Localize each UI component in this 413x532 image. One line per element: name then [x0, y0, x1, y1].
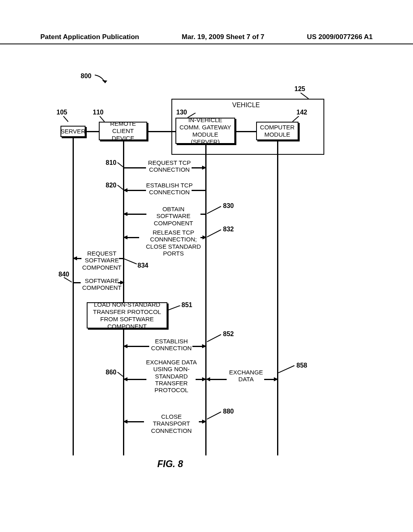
leader-icon — [278, 365, 298, 375]
svg-line-11 — [64, 277, 72, 282]
svg-line-16 — [207, 412, 221, 419]
computer-module-label: COMPUTER MODULE — [259, 124, 295, 138]
svg-line-6 — [117, 162, 123, 167]
ref-851: 851 — [181, 301, 192, 309]
header-left: Patent Application Publication — [40, 33, 139, 41]
ref-130: 130 — [176, 109, 187, 116]
arrow-line — [127, 346, 149, 347]
ref-858: 858 — [296, 362, 307, 369]
svg-line-15 — [278, 366, 294, 373]
leader-icon — [207, 229, 225, 239]
connector — [86, 131, 99, 132]
svg-line-9 — [207, 230, 221, 237]
arrow-line — [210, 379, 227, 380]
lifeline-computer — [277, 140, 278, 455]
load-protocol-label: LOAD NON-STANDARD TRANSFER PROTOCOL FROM… — [90, 301, 164, 330]
ref-830: 830 — [223, 202, 234, 210]
leader-icon — [167, 305, 184, 314]
server-label: SERVER — [60, 128, 85, 135]
arrow-right-icon — [202, 166, 206, 170]
arrow-right-icon — [120, 281, 125, 285]
ref-852: 852 — [223, 330, 234, 338]
ref-125: 125 — [294, 85, 305, 93]
page-header: Patent Application Publication Mar. 19, … — [0, 33, 413, 44]
msg-860: EXCHANGE DATA USING NON-STANDARD TRANSFE… — [145, 359, 198, 393]
msg-840: SOFTWARE COMPONENT — [81, 277, 123, 291]
svg-line-2 — [63, 116, 68, 122]
msg-834: REQUEST SOFTWARE COMPONENT — [81, 250, 123, 271]
leader-icon — [64, 277, 74, 285]
arrow-line — [192, 167, 203, 168]
ref-105: 105 — [56, 109, 67, 116]
figure-caption: FIG. 8 — [157, 459, 183, 470]
arrow-line — [127, 190, 146, 191]
ref-834: 834 — [138, 262, 148, 269]
arrow-line — [264, 379, 275, 380]
svg-line-12 — [167, 305, 180, 310]
arrow-line — [127, 421, 144, 422]
arrow-left-icon — [73, 256, 77, 260]
gateway-box: IN-VEHICLE COMM. GATEWAY MODULE (SERVER) — [175, 118, 235, 144]
leader-icon — [207, 334, 225, 344]
msg-858: EXCHANGE DATA — [226, 369, 266, 383]
arrow-left-icon — [123, 377, 127, 381]
leader-icon — [207, 411, 225, 421]
arrow-left-icon — [123, 235, 127, 239]
connector — [147, 131, 175, 132]
arrow-line — [127, 214, 146, 215]
ref-860: 860 — [106, 369, 117, 376]
leader-icon — [63, 116, 71, 124]
leader-icon — [207, 206, 225, 216]
arrow-line — [127, 379, 146, 380]
msg-880: CLOSE TRANSPORT CONNECTION — [143, 413, 200, 434]
arrow-line — [200, 214, 206, 215]
computer-module-box: COMPUTER MODULE — [256, 122, 298, 140]
msg-832: RELEASE TCP CONNNECTION; CLOSE STANDARD … — [139, 229, 208, 257]
arrow-line — [192, 190, 206, 191]
msg-830: OBTAIN SOFTWARE COMPONENT — [145, 206, 202, 227]
arrow-right-icon — [274, 377, 278, 381]
svg-line-7 — [117, 185, 123, 189]
svg-line-5 — [292, 116, 299, 122]
ref-832: 832 — [223, 226, 234, 233]
ref-820: 820 — [106, 182, 117, 189]
ref-142: 142 — [296, 109, 307, 116]
arrow-left-icon — [123, 188, 127, 192]
ref-arrow-icon — [94, 74, 110, 86]
header-center: Mar. 19, 2009 Sheet 7 of 7 — [182, 33, 265, 41]
svg-line-13 — [207, 335, 221, 342]
arrow-right-icon — [202, 420, 206, 424]
remote-client-label: REMOTE CLIENT DEVICE — [102, 120, 144, 142]
header-right: US 2009/0077266 A1 — [307, 33, 373, 41]
ref-110: 110 — [93, 109, 104, 116]
msg-852: ESTABLISH CONNECTION — [149, 338, 194, 352]
arrow-line — [77, 258, 81, 259]
server-box: SERVER — [60, 126, 86, 137]
page: Patent Application Publication Mar. 19, … — [0, 0, 413, 532]
msg-820: ESTABLISH TCP CONNECTION — [145, 182, 194, 196]
connector — [235, 131, 256, 132]
msg-810: REQUEST TCP CONNECTION — [145, 159, 194, 173]
sequence-diagram: 800 125 VEHICLE 105 110 130 142 SERVER R… — [58, 69, 341, 472]
ref-800: 800 — [81, 73, 92, 80]
vehicle-label: VEHICLE — [220, 102, 272, 109]
svg-line-1 — [300, 93, 309, 99]
load-protocol-box: LOAD NON-STANDARD TRANSFER PROTOCOL FROM… — [87, 302, 167, 328]
svg-line-14 — [117, 372, 123, 376]
arrow-right-icon — [202, 344, 206, 348]
arrow-line — [124, 167, 146, 168]
arrow-left-icon — [123, 212, 127, 216]
arrow-line — [73, 282, 81, 283]
arrow-left-icon — [206, 377, 210, 381]
ref-880: 880 — [223, 408, 234, 415]
arrow-line — [127, 237, 139, 238]
arrow-left-icon — [123, 420, 127, 424]
ref-810: 810 — [106, 159, 117, 166]
lifeline-server — [73, 137, 74, 455]
svg-line-10 — [124, 259, 137, 264]
arrow-right-icon — [202, 235, 207, 239]
arrow-left-icon — [123, 344, 127, 348]
svg-line-8 — [207, 206, 221, 214]
gateway-label: IN-VEHICLE COMM. GATEWAY MODULE (SERVER) — [179, 116, 232, 145]
arrow-line — [119, 258, 124, 259]
